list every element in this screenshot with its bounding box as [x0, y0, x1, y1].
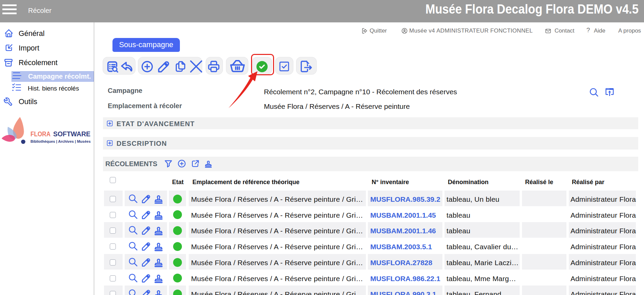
svg-text:SOFTWARE: SOFTWARE [53, 130, 90, 138]
svg-text:FLORA: FLORA [30, 130, 50, 138]
svg-text:Bibliothèques | Archives | Mus: Bibliothèques | Archives | Musées [30, 139, 91, 143]
